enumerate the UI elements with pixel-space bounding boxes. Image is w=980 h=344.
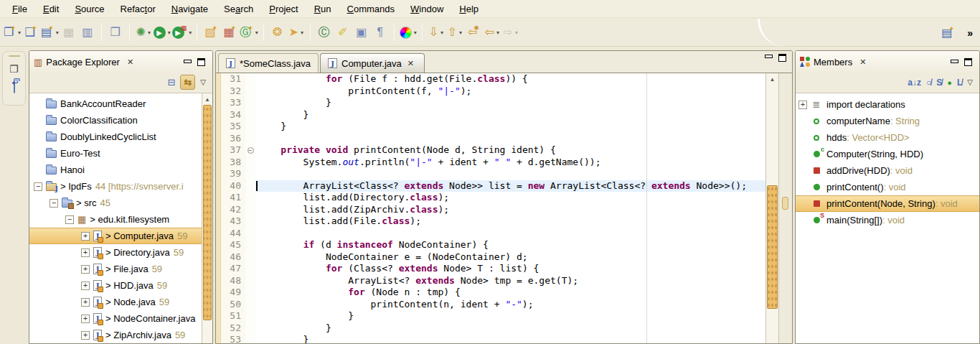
gwt-button[interactable]: Ⓖ✦▾ [240,23,258,42]
code-line[interactable]: 43 list.add(File.class); [221,215,765,228]
code-line[interactable]: 32 printContent(f, "|-"); [221,85,765,98]
tree-item[interactable]: −> IpdFs44 [https://svnserver.i [29,178,202,195]
minimize-icon[interactable] [951,59,958,65]
member-item[interactable]: hdds : Vector<HDD> [796,129,979,146]
next-annotation-button[interactable]: ⇩▾ [428,23,445,42]
sort-icon[interactable]: a↓z [908,78,921,88]
open-type-button[interactable]: ❂ [269,23,286,42]
code-line[interactable]: 39 [221,168,765,180]
overview-annotation-marker[interactable] [782,197,788,210]
mark-occurrences-button[interactable]: ▣ [353,23,370,42]
expand-icon[interactable]: + [81,315,90,323]
code-line[interactable]: 51 } [221,310,765,322]
menu-window[interactable]: Window [402,1,451,17]
hide-local-types-icon[interactable]: L̸ [957,78,962,88]
tree-item[interactable]: +J> NodeContainer.java [29,310,202,327]
coverage-button[interactable]: Ⓒ [316,23,333,42]
code-line[interactable]: 40 ArrayList<Class<? extends Node>> list… [221,180,765,192]
run-external-button[interactable]: ▶▦▾ [172,23,192,42]
chevron-down-icon[interactable]: ▾ [148,29,151,36]
hide-static-icon[interactable]: S̸ [936,78,942,88]
tree-item[interactable]: −▦> edu.kit.filesystem [29,211,202,228]
member-item[interactable]: computerName : String [796,113,979,129]
restore-view-icon[interactable]: ❐ [9,63,19,75]
collapse-icon[interactable]: − [50,199,58,208]
code-line[interactable]: 41 list.add(Directory.class); [221,192,765,204]
scroll-up-icon[interactable]: ▴ [766,73,778,83]
maximize-icon[interactable] [778,54,786,62]
chevron-down-icon[interactable]: ▾ [414,29,417,36]
menu-project[interactable]: Project [261,1,306,17]
members-title[interactable]: Members [814,57,852,68]
tree-item[interactable]: +J> Node.java59 [29,294,202,310]
chevron-down-icon[interactable]: ▾ [18,29,21,36]
tree-item[interactable]: +J> Directory.java59 [29,244,202,261]
tree-item[interactable]: DoublyLinkedCyclicList [29,129,202,145]
collapse-all-icon[interactable]: ⊟ [167,77,175,88]
code-line[interactable]: 35 } [221,121,765,133]
expand-icon[interactable]: + [798,101,807,109]
link-with-editor-icon[interactable]: ⇆ [180,75,195,90]
member-item[interactable]: cComputer(String, HDD) [796,146,979,162]
view-menu-icon[interactable]: ▽ [967,78,973,86]
close-icon[interactable]: ✕ [859,57,866,67]
new-class-button[interactable]: ❑✦ [22,23,39,42]
code-line[interactable]: 44 [221,228,765,240]
maximize-icon[interactable] [197,58,205,66]
member-item[interactable]: printContent() : void [796,179,979,195]
code-line[interactable]: 42 list.add(ZipArchiv.class); [221,204,765,216]
chevron-down-icon[interactable]: ▾ [496,29,499,36]
view-menu-icon[interactable]: ▽ [200,78,206,86]
chevron-down-icon[interactable]: ▾ [168,29,171,36]
tree-item[interactable]: +J> HDD.java59 [29,277,202,294]
expand-icon[interactable]: + [81,248,90,257]
member-item[interactable]: +≣import declarations [796,96,979,113]
chevron-down-icon[interactable]: ▾ [440,29,443,36]
editor-scrollbar[interactable]: ▴ [765,73,778,343]
color-wheel-button[interactable]: ▾ [400,23,417,42]
expand-icon[interactable]: + [81,232,90,241]
run-button[interactable]: ▶▾ [154,23,171,42]
menu-navigate[interactable]: Navigate [164,1,216,17]
code-line[interactable]: 37− private void printContent(Node d, St… [221,144,765,157]
new-element-button[interactable]: ▤✦▾ [41,23,59,42]
last-edit-location-button[interactable]: ⇦✱ [465,23,482,42]
show-public-icon[interactable]: ● [947,78,952,87]
member-item[interactable]: addDrive(HDD) : void [796,162,979,179]
menu-commands[interactable]: Commands [339,1,402,17]
code-line[interactable]: 50 printContent(n, ident + "-"); [221,299,765,311]
show-whitespace-button[interactable]: ¶ [372,23,389,42]
java-perspective-button[interactable]: ▤ ✦ [939,24,956,42]
expand-icon[interactable]: + [81,282,90,290]
code-line[interactable]: 36 [221,133,765,145]
fold-collapse-icon[interactable]: − [248,147,254,154]
build-button[interactable]: ❒ [107,23,124,42]
menu-refactor[interactable]: Refactor [113,1,164,17]
expand-icon[interactable]: + [81,298,90,307]
code-line[interactable]: 48 ArrayList<? extends Node> tmp = e.get… [221,275,765,287]
tree-item[interactable]: BankAccountReader [29,96,202,112]
tree-item[interactable]: Hanoi [29,162,202,178]
chevron-down-icon[interactable]: ▾ [189,29,192,36]
toolbar-overflow-button[interactable]: » [967,27,971,39]
chevron-down-icon[interactable]: ▾ [255,29,258,36]
chevron-down-icon[interactable]: ▾ [56,29,59,36]
code-line[interactable]: 49 for (Node n : tmp) { [221,287,765,299]
new-java-project-button[interactable]: ▧✦ [202,23,220,42]
package-explorer-title[interactable]: Package Explorer [46,57,120,68]
menu-edit[interactable]: Edit [35,1,67,17]
code-line[interactable]: 45 if (d instanceof NodeContainer) { [221,239,765,251]
code-line[interactable]: 38 System.out.println("|-" + ident + " "… [221,157,765,169]
code-line[interactable]: 33 } [221,97,765,109]
back-button[interactable]: ⇦▾ [484,23,501,42]
member-item[interactable]: Smain(String[]) : void [796,212,979,228]
scrollbar-thumb[interactable] [203,105,212,320]
open-editor-icon[interactable]: ↩ [14,81,15,93]
scrollbar-thumb[interactable] [767,185,778,309]
prev-annotation-button[interactable]: ⇧▾ [446,23,463,42]
collapse-icon[interactable]: − [65,215,74,224]
debug-button[interactable]: ✺▾ [135,23,152,42]
menu-search[interactable]: Search [216,1,261,17]
package-explorer-scrollbar[interactable]: ▴ [202,93,212,343]
expand-icon[interactable]: + [81,331,90,340]
